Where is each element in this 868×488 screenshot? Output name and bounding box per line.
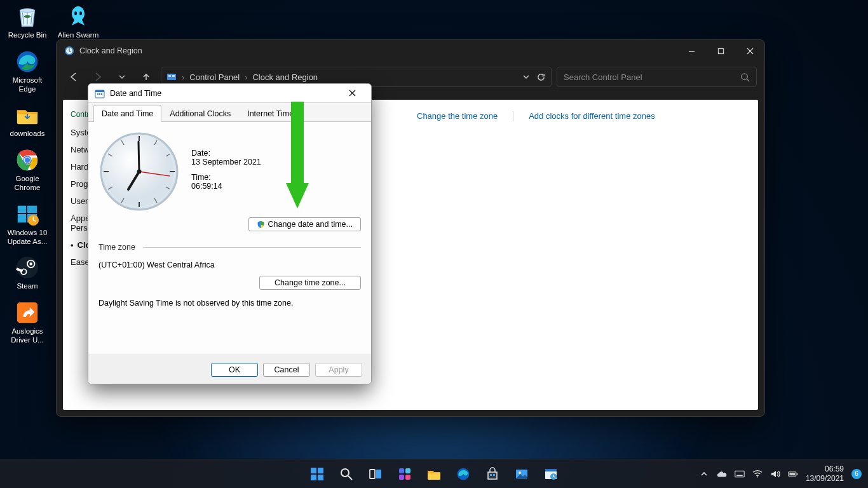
svg-rect-49 [318,468,323,473]
svg-rect-72 [789,473,795,475]
date-time-dialog: Date and Time Date and Time Additional C… [88,83,372,384]
datetime-icon [95,88,105,98]
auslogics-icon[interactable]: Auslogics Driver U... [4,300,51,345]
breadcrumb-sep-0: › [182,72,184,82]
svg-rect-68 [736,475,743,476]
file-explorer-button[interactable] [421,461,447,487]
task-view-button[interactable] [363,461,388,487]
volume-icon[interactable] [770,469,780,479]
battery-icon[interactable] [788,469,798,479]
tray-overflow-icon[interactable] [699,469,709,479]
alienswarm-label: Alien Swarm [58,31,99,40]
windows-update-icon[interactable]: Windows 10 Update As... [4,201,51,247]
downloads-folder-icon[interactable]: downloads [4,102,51,139]
svg-point-52 [341,469,349,477]
svg-point-47 [137,170,142,174]
date-value: 13 September 2021 [191,158,261,166]
refresh-icon[interactable] [536,72,546,82]
apply-button: Apply [315,363,362,377]
svg-rect-54 [376,470,381,478]
tab-internet-time[interactable]: Internet Time [239,105,302,122]
downloads-label: downloads [10,130,45,139]
search-input[interactable]: Search Control Panel [557,67,757,87]
link-add-clocks[interactable]: Add clocks for different time zones [529,111,654,121]
svg-rect-51 [318,475,323,480]
svg-rect-71 [797,473,798,475]
search-placeholder: Search Control Panel [564,72,740,82]
tab-date-and-time[interactable]: Date and Time [93,105,161,122]
dst-info: Daylight Saving Time is not observed by … [98,299,361,308]
time-label: Time: [191,173,261,182]
breadcrumb-sep-1: › [245,72,247,82]
window-titlebar[interactable]: Clock and Region [57,40,764,62]
change-tz-label: Change time zone... [275,278,346,287]
svg-point-5 [25,158,31,163]
cancel-button[interactable]: Cancel [263,363,310,377]
winupdate-label: Windows 10 Update As... [4,229,51,247]
steam-icon[interactable]: Steam [4,255,51,291]
dialog-footer: OK Cancel Apply [88,355,371,384]
svg-rect-57 [399,475,404,480]
date-time-info: Date: 13 September 2021 Time: 06:59:14 [191,131,261,197]
svg-rect-7 [27,205,37,212]
maximize-button[interactable] [706,40,735,62]
minimize-button[interactable] [677,40,706,62]
change-timezone-button[interactable]: Change time zone... [259,276,361,290]
store-button[interactable] [480,461,505,487]
breadcrumb-1[interactable]: Clock and Region [252,72,318,82]
analog-clock [98,131,180,212]
search-taskbar-button[interactable] [334,461,359,487]
recycle-bin-label: Recycle Bin [8,31,47,40]
taskbar-center [304,461,564,487]
onedrive-icon[interactable] [717,469,727,479]
svg-rect-26 [95,90,104,92]
dialog-titlebar[interactable]: Date and Time [88,84,371,103]
keyboard-icon[interactable] [735,469,745,479]
edge-taskbar-button[interactable] [451,461,476,487]
svg-point-24 [742,73,747,79]
wifi-icon[interactable] [752,469,763,479]
svg-rect-8 [18,214,26,222]
ok-button[interactable]: OK [211,363,258,377]
breadcrumb-dropdown-icon[interactable] [522,73,530,81]
timezone-section-label: Time zone [98,243,361,252]
svg-point-11 [17,257,38,278]
svg-point-16 [74,11,77,15]
svg-rect-28 [99,93,100,95]
change-date-time-button[interactable]: Change date and time... [248,217,361,231]
svg-point-13 [29,262,32,266]
google-chrome-icon[interactable]: Google Chrome [4,147,51,193]
dialog-title: Date and Time [110,89,161,98]
dialog-close-button[interactable] [339,84,365,103]
edge-label: Microsoft Edge [4,76,51,94]
svg-rect-58 [405,475,410,480]
time-value: 06:59:14 [191,182,261,191]
recycle-bin-icon[interactable]: Recycle Bin [4,4,51,40]
photos-button[interactable] [509,461,534,487]
widgets-button[interactable] [392,461,417,487]
svg-rect-20 [718,48,723,53]
close-button[interactable] [735,40,764,62]
date-label: Date: [191,149,261,158]
notification-badge[interactable]: 6 [851,469,862,479]
microsoft-edge-icon[interactable]: Microsoft Edge [4,49,51,94]
svg-rect-61 [493,474,495,476]
search-icon [740,72,750,82]
back-button[interactable] [64,67,83,86]
chrome-label: Google Chrome [4,175,51,193]
taskbar[interactable]: 06:59 13/09/2021 6 [0,459,868,488]
svg-rect-29 [101,93,102,95]
settings-datetime-button[interactable] [538,461,564,487]
tray-clock[interactable]: 06:59 13/09/2021 [806,464,844,483]
svg-rect-60 [490,474,492,476]
breadcrumb-0[interactable]: Control Panel [189,72,240,82]
start-button[interactable] [304,461,330,487]
svg-point-0 [20,9,35,13]
tab-additional-clocks[interactable]: Additional Clocks [161,105,239,122]
change-date-time-label: Change date and time... [268,220,353,229]
svg-rect-48 [311,468,316,473]
svg-rect-55 [399,468,404,473]
auslogics-label: Auslogics Driver U... [4,327,51,345]
alien-swarm-icon[interactable]: Alien Swarm [55,4,102,40]
link-change-tz[interactable]: Change the time zone [417,111,498,121]
